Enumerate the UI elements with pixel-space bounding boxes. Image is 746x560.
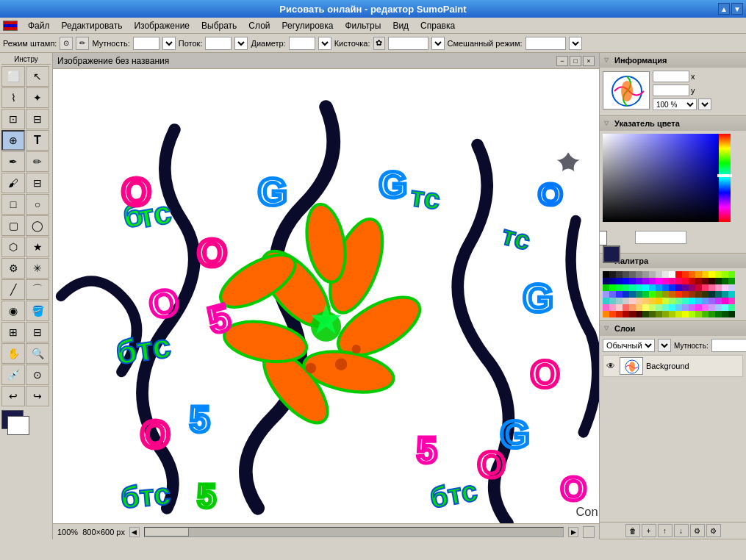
layer-settings2-btn[interactable]: ⚙ bbox=[706, 524, 721, 537]
palette-color-cell[interactable] bbox=[722, 304, 728, 311]
palette-color-cell[interactable] bbox=[675, 291, 682, 298]
palette-color-cell[interactable] bbox=[728, 311, 735, 317]
palette-color-cell[interactable] bbox=[636, 284, 642, 291]
palette-color-cell[interactable] bbox=[616, 271, 623, 278]
palette-color-cell[interactable] bbox=[603, 271, 609, 278]
palette-color-cell[interactable] bbox=[609, 284, 616, 291]
tool-paint-bucket[interactable]: 🪣 bbox=[26, 301, 49, 321]
palette-color-cell[interactable] bbox=[623, 271, 629, 278]
palette-color-cell[interactable] bbox=[695, 311, 702, 317]
palette-color-cell[interactable] bbox=[695, 278, 702, 284]
menu-help[interactable]: Справка bbox=[415, 19, 461, 32]
palette-color-cell[interactable] bbox=[689, 304, 695, 311]
tool-curve[interactable]: ⌒ bbox=[26, 279, 49, 300]
tool-sparkle[interactable]: ✳ bbox=[26, 258, 49, 279]
info-x-input[interactable]: 662 bbox=[653, 71, 689, 82]
tool-rect-shape[interactable]: □ bbox=[1, 194, 25, 215]
color-panel-header[interactable]: ▽ Указатель цвета bbox=[600, 116, 746, 131]
palette-color-cell[interactable] bbox=[709, 311, 715, 317]
palette-color-cell[interactable] bbox=[603, 284, 609, 291]
palette-color-cell[interactable] bbox=[603, 278, 609, 284]
background-color[interactable] bbox=[7, 416, 29, 435]
palette-color-cell[interactable] bbox=[728, 278, 735, 284]
menu-view[interactable]: Вид bbox=[387, 19, 415, 32]
tool-rounded-rect[interactable]: ▢ bbox=[1, 215, 25, 236]
palette-color-cell[interactable] bbox=[695, 298, 702, 304]
palette-color-cell[interactable] bbox=[649, 291, 656, 298]
info-zoom-dropdown[interactable]: ▼ bbox=[698, 98, 711, 110]
tool-pen[interactable]: ✒ bbox=[1, 151, 25, 172]
palette-panel-header[interactable]: ▽ Палитра bbox=[600, 254, 746, 268]
palette-color-cell[interactable] bbox=[616, 291, 623, 298]
palette-color-cell[interactable] bbox=[722, 311, 728, 317]
palette-color-cell[interactable] bbox=[649, 271, 656, 278]
palette-color-cell[interactable] bbox=[675, 271, 682, 278]
palette-color-cell[interactable] bbox=[642, 304, 649, 311]
palette-color-cell[interactable] bbox=[629, 278, 636, 284]
palette-color-cell[interactable] bbox=[609, 271, 616, 278]
tool-fill[interactable]: ◉ bbox=[1, 301, 25, 321]
info-panel-header[interactable]: ▽ Информация bbox=[600, 53, 746, 68]
palette-color-cell[interactable] bbox=[642, 298, 649, 304]
palette-color-cell[interactable] bbox=[662, 271, 669, 278]
tool-eraser[interactable]: ⊟ bbox=[26, 173, 49, 193]
tool-slice[interactable]: ⊟ bbox=[26, 109, 49, 129]
palette-color-cell[interactable] bbox=[636, 271, 642, 278]
palette-color-cell[interactable] bbox=[689, 298, 695, 304]
tool-lasso[interactable]: ⌇ bbox=[1, 87, 25, 108]
titlebar-down-btn[interactable]: ▼ bbox=[731, 3, 743, 15]
palette-color-cell[interactable] bbox=[728, 271, 735, 278]
tool-hand[interactable]: ✋ bbox=[1, 343, 25, 364]
canvas-restore-btn[interactable]: □ bbox=[570, 56, 581, 66]
diameter-dropdown[interactable]: ▼ bbox=[318, 37, 331, 50]
palette-color-cell[interactable] bbox=[728, 298, 735, 304]
palette-color-cell[interactable] bbox=[623, 304, 629, 311]
palette-color-cell[interactable] bbox=[675, 311, 682, 317]
palette-color-cell[interactable] bbox=[669, 311, 675, 317]
palette-color-cell[interactable] bbox=[669, 278, 675, 284]
color-picker-area[interactable] bbox=[603, 134, 734, 222]
diameter-input[interactable]: 30 px bbox=[289, 37, 315, 50]
menu-filter[interactable]: Фильтры bbox=[339, 19, 387, 32]
palette-color-cell[interactable] bbox=[662, 298, 669, 304]
palette-color-cell[interactable] bbox=[675, 278, 682, 284]
palette-color-cell[interactable] bbox=[695, 271, 702, 278]
palette-color-cell[interactable] bbox=[656, 278, 662, 284]
scroll-right-btn[interactable]: ▶ bbox=[568, 527, 578, 537]
info-y-input[interactable]: 27 bbox=[653, 85, 689, 96]
palette-color-cell[interactable] bbox=[682, 271, 689, 278]
palette-color-cell[interactable] bbox=[715, 298, 722, 304]
palette-color-cell[interactable] bbox=[629, 284, 636, 291]
flow-input[interactable]: 33% bbox=[205, 37, 232, 50]
palette-color-cell[interactable] bbox=[603, 311, 609, 317]
menu-adjust[interactable]: Регулировка bbox=[276, 19, 340, 32]
palette-color-cell[interactable] bbox=[715, 291, 722, 298]
palette-color-cell[interactable] bbox=[689, 284, 695, 291]
layer-delete-btn[interactable]: 🗑 bbox=[625, 524, 640, 537]
palette-color-cell[interactable] bbox=[603, 291, 609, 298]
palette-color-cell[interactable] bbox=[669, 284, 675, 291]
tool-ellipse[interactable]: ○ bbox=[26, 194, 49, 215]
palette-color-cell[interactable] bbox=[689, 291, 695, 298]
stamp-icon2[interactable]: ✏ bbox=[76, 37, 89, 50]
tool-line[interactable]: ╱ bbox=[1, 279, 25, 300]
tool-pencil[interactable]: ✏ bbox=[26, 151, 49, 172]
tool-flip[interactable]: ⊟ bbox=[26, 322, 49, 342]
layer-add-btn[interactable]: + bbox=[642, 524, 656, 537]
palette-color-cell[interactable] bbox=[722, 278, 728, 284]
palette-color-cell[interactable] bbox=[682, 291, 689, 298]
palette-color-cell[interactable] bbox=[702, 284, 709, 291]
canvas-viewport[interactable]: б тс бтс бтс тс тс бтс бтс О О О О О bbox=[53, 69, 599, 523]
palette-color-cell[interactable] bbox=[642, 311, 649, 317]
brush-dropdown[interactable]: ▼ bbox=[431, 37, 445, 50]
palette-color-cell[interactable] bbox=[709, 291, 715, 298]
palette-color-cell[interactable] bbox=[616, 304, 623, 311]
layer-settings1-btn[interactable]: ⚙ bbox=[690, 524, 705, 537]
palette-color-cell[interactable] bbox=[689, 278, 695, 284]
palette-color-cell[interactable] bbox=[609, 278, 616, 284]
tool-redo[interactable]: ↪ bbox=[26, 386, 49, 406]
palette-color-cell[interactable] bbox=[695, 304, 702, 311]
palette-color-cell[interactable] bbox=[669, 304, 675, 311]
palette-color-cell[interactable] bbox=[728, 304, 735, 311]
opacity-dropdown[interactable]: ▼ bbox=[162, 37, 176, 50]
